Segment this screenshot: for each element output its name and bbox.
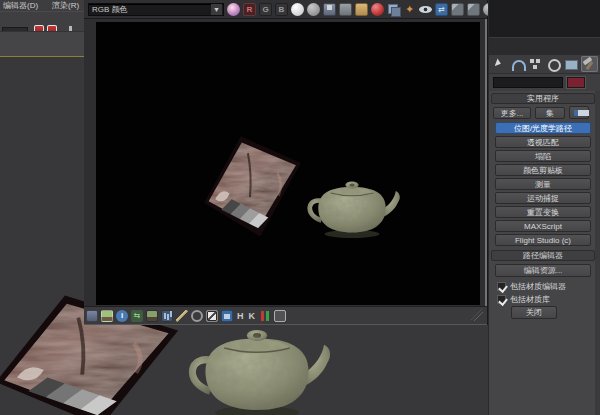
- render-textured-plane: [201, 132, 303, 238]
- rendered-frame-window: RGB 颜色 ▼ R G B ✦ ⇄: [84, 0, 488, 325]
- panel-top-strip: [489, 37, 600, 55]
- command-panel-tabs: [489, 55, 600, 74]
- utility-collapse[interactable]: 塌陷: [495, 150, 591, 162]
- clone-window-icon[interactable]: [339, 3, 352, 16]
- region-render-b-icon[interactable]: [467, 3, 480, 16]
- green-channel-button[interactable]: G: [259, 3, 272, 16]
- utility-perspective-match[interactable]: 透视匹配: [495, 136, 591, 148]
- utility-motion-capture[interactable]: 运动捕捉: [495, 192, 591, 204]
- rgb-bars-icon[interactable]: [259, 310, 271, 322]
- utilities-config-icon[interactable]: [569, 106, 589, 119]
- utility-bitmap-photometric-paths[interactable]: 位图/光度学路径: [495, 122, 591, 134]
- tab-display[interactable]: [563, 56, 580, 72]
- h-toggle-button[interactable]: H: [236, 310, 245, 322]
- circle-select-icon[interactable]: [191, 310, 203, 322]
- render-teapot: [301, 172, 403, 242]
- save-bitmap-icon[interactable]: [323, 3, 336, 16]
- vfb-bottom-toolbar: i ⇆ H K: [84, 306, 487, 325]
- refresh-icon[interactable]: ⇆: [131, 310, 143, 322]
- checkbox-label: 包括材质库: [510, 294, 550, 305]
- edit-resources-button[interactable]: 编辑资源...: [495, 264, 591, 277]
- utility-color-clipboard[interactable]: 颜色剪贴板: [495, 164, 591, 176]
- utility-measure[interactable]: 测量: [495, 178, 591, 190]
- color-wheel-icon[interactable]: [227, 3, 240, 16]
- monochrome-icon[interactable]: [307, 3, 320, 16]
- annotate-pencil-icon[interactable]: [176, 310, 188, 322]
- channel-dropdown[interactable]: RGB 颜色 ▼: [88, 3, 224, 16]
- swap-buffers-icon[interactable]: ⇄: [435, 3, 448, 16]
- rollout-utilities[interactable]: 实用程序: [491, 93, 595, 104]
- checkbox-icon[interactable]: [497, 282, 506, 291]
- image-icon[interactable]: [101, 310, 113, 322]
- checkbox-include-material-editor[interactable]: 包括材质编辑器: [497, 281, 566, 291]
- command-panel: 实用程序 更多... 集 位图/光度学路径 透视匹配 塌陷 颜色剪贴板 测量 运…: [488, 0, 600, 415]
- rendered-image: [96, 22, 480, 305]
- menu-item-rendering[interactable]: 渲染(R): [52, 0, 79, 11]
- save-icon[interactable]: [86, 310, 98, 322]
- vfb-toolbar: RGB 颜色 ▼ R G B ✦ ⇄: [84, 0, 487, 19]
- sets-button[interactable]: 集: [535, 107, 565, 119]
- utility-flight-studio[interactable]: Flight Studio (c): [495, 234, 591, 246]
- viewport-teapot[interactable]: [179, 315, 335, 415]
- alpha-channel-icon[interactable]: [291, 3, 304, 16]
- resize-grip[interactable]: [471, 309, 483, 321]
- chevron-down-icon: ▼: [211, 4, 222, 15]
- channel-dropdown-value: RGB 颜色: [92, 5, 128, 14]
- edit-region-icon[interactable]: [206, 310, 218, 322]
- copy-bitmap-icon[interactable]: [387, 3, 400, 16]
- utility-reset-xform[interactable]: 重置变换: [495, 206, 591, 218]
- tab-modify[interactable]: [509, 56, 526, 72]
- track-mouse-star-icon[interactable]: ✦: [403, 3, 416, 16]
- tab-motion[interactable]: [545, 56, 562, 72]
- checkbox-include-material-library[interactable]: 包括材质库: [497, 294, 550, 304]
- preview-eye-icon[interactable]: [419, 3, 432, 16]
- blue-channel-button[interactable]: B: [275, 3, 288, 16]
- close-button[interactable]: 关闭: [511, 306, 557, 319]
- open-folder-icon[interactable]: [355, 3, 368, 16]
- checkbox-icon[interactable]: [497, 295, 506, 304]
- menu-item-editors[interactable]: 编辑器(D): [3, 0, 38, 11]
- histogram-icon[interactable]: [161, 310, 173, 322]
- info-icon[interactable]: i: [116, 310, 128, 322]
- name-and-color-row: [489, 74, 600, 91]
- rollout-path-editor[interactable]: 路径编辑器: [491, 250, 595, 261]
- more-button[interactable]: 更多...: [493, 107, 531, 119]
- frame-box-icon[interactable]: [274, 310, 286, 322]
- app-window: 编辑器(D) 渲染(R) ▼ RGB 颜色 ▼ R G B: [0, 0, 600, 415]
- panel-scroll-gutter[interactable]: [595, 91, 600, 415]
- tab-create[interactable]: [491, 56, 508, 72]
- k-toggle-button[interactable]: K: [248, 310, 257, 322]
- panel-top-area: [489, 0, 600, 37]
- checkbox-label: 包括材质编辑器: [510, 281, 566, 292]
- object-color-swatch[interactable]: [567, 77, 585, 88]
- thumbnail-icon[interactable]: [146, 310, 158, 322]
- red-channel-button[interactable]: R: [243, 3, 256, 16]
- region-render-a-icon[interactable]: [451, 3, 464, 16]
- tab-hierarchy[interactable]: [527, 56, 544, 72]
- object-name-field[interactable]: [493, 77, 563, 88]
- window-view-icon[interactable]: [221, 310, 233, 322]
- tab-utilities[interactable]: [581, 56, 598, 72]
- utility-maxscript[interactable]: MAXScript: [495, 220, 591, 232]
- clear-buffer-icon[interactable]: [371, 3, 384, 16]
